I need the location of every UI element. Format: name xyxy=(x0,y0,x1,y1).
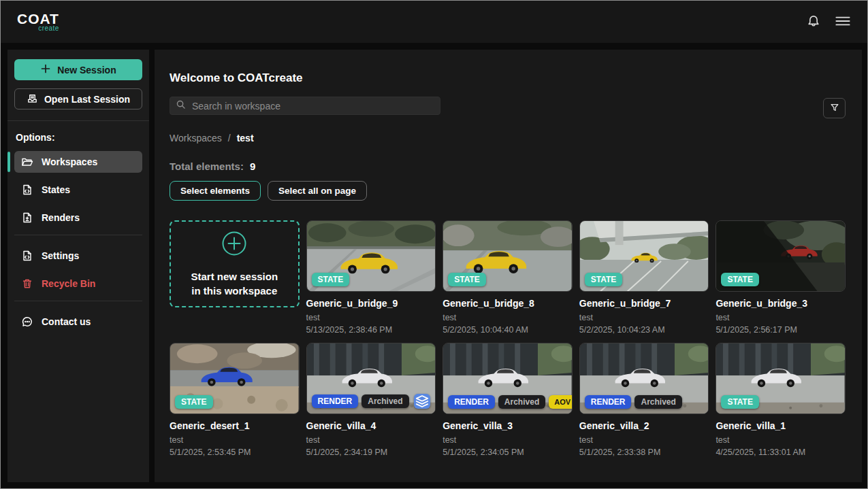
card-title: Generic_u_bridge_9 xyxy=(306,298,436,309)
layers-badge-icon[interactable] xyxy=(414,394,430,409)
sidebar-divider xyxy=(7,120,149,121)
card-title: Generic_villa_4 xyxy=(306,420,436,431)
breadcrumb-current: test xyxy=(237,133,254,144)
card-thumbnail[interactable]: STATE xyxy=(716,220,846,292)
card-badges: RENDERArchived xyxy=(312,394,431,409)
card-workspace: test xyxy=(716,313,846,322)
main-panel: Welcome to COATcreate xyxy=(155,50,862,482)
sidebar-item-label: Renders xyxy=(42,212,80,223)
card-thumbnail[interactable]: RENDERArchivedAOV xyxy=(443,343,573,414)
state-badge: STATE xyxy=(721,273,759,286)
render-badge: RENDER xyxy=(448,395,495,409)
breadcrumb-workspaces[interactable]: Workspaces xyxy=(170,133,222,144)
card-badges: STATE xyxy=(175,395,294,409)
card-thumbnail[interactable]: RENDERArchived xyxy=(306,343,436,414)
start-new-session-card[interactable]: Start new session in this workspace xyxy=(170,220,300,307)
archived-badge: Archived xyxy=(361,394,408,408)
card-thumbnail[interactable]: STATE xyxy=(306,220,436,292)
card-badges: STATE xyxy=(721,273,840,286)
card-title: Generic_villa_1 xyxy=(716,420,846,431)
sidebar-item-recycle-bin[interactable]: Recycle Bin xyxy=(14,273,142,294)
card-badges: RENDERArchivedAOV xyxy=(448,395,567,409)
new-session-button[interactable]: New Session xyxy=(14,59,142,80)
card-workspace: test xyxy=(306,313,436,322)
card-thumbnail[interactable]: STATE xyxy=(443,220,573,292)
element-card-generic-villa-3[interactable]: RENDERArchivedAOVGeneric_villa_3test5/1/… xyxy=(443,343,573,457)
card-badges: STATE xyxy=(448,273,567,286)
state-badge: STATE xyxy=(175,395,213,409)
trash-icon xyxy=(21,277,33,290)
filter-button[interactable] xyxy=(823,98,846,118)
sidebar-item-settings[interactable]: Settings xyxy=(14,245,142,267)
plus-circle-icon xyxy=(221,230,248,260)
sidebar-item-contact-us[interactable]: Contact us xyxy=(14,311,142,333)
plus-icon xyxy=(40,63,51,76)
archived-badge: Archived xyxy=(498,395,545,409)
sidebar: New Session Open Last Session Options: W… xyxy=(7,50,149,482)
sidebar-group-divider xyxy=(14,301,142,301)
card-workspace: test xyxy=(443,435,573,445)
page-title: Welcome to COATcreate xyxy=(170,71,846,85)
select-elements-button[interactable]: Select elements xyxy=(170,181,261,201)
card-thumbnail[interactable]: RENDERArchived xyxy=(579,343,709,414)
card-badges: RENDERArchived xyxy=(585,395,704,409)
open-last-session-button[interactable]: Open Last Session xyxy=(14,88,142,109)
start-new-session-label: Start new session in this workspace xyxy=(187,269,282,298)
card-workspace: test xyxy=(170,435,300,445)
select-all-button[interactable]: Select all on page xyxy=(268,181,367,201)
chat-icon xyxy=(21,316,33,328)
card-badges: STATE xyxy=(312,273,431,286)
element-card-generic-u-bridge-8[interactable]: STATEGeneric_u_bridge_8test5/2/2025, 10:… xyxy=(443,220,573,335)
options-label: Options: xyxy=(16,132,142,143)
render-badge: RENDER xyxy=(312,394,359,408)
file-code-icon xyxy=(21,184,33,196)
card-badges: STATE xyxy=(585,273,704,286)
breadcrumb-separator: / xyxy=(228,133,231,144)
breadcrumb: Workspaces / test xyxy=(170,133,846,144)
card-title: Generic_desert_1 xyxy=(170,420,300,431)
state-badge: STATE xyxy=(721,395,759,409)
card-workspace: test xyxy=(443,313,573,322)
coat-logo: COAT create xyxy=(17,12,59,32)
element-card-generic-u-bridge-9[interactable]: STATEGeneric_u_bridge_9test5/13/2025, 2:… xyxy=(306,220,436,335)
selected-accent-bar xyxy=(7,152,10,172)
total-elements-count: 9 xyxy=(250,161,255,172)
sidebar-item-states[interactable]: States xyxy=(14,179,142,201)
sidebar-item-label: Workspaces xyxy=(42,156,97,167)
sidebar-nav: WorkspacesStatesRendersSettingsRecycle B… xyxy=(14,151,142,333)
card-title: Generic_villa_2 xyxy=(579,420,709,431)
card-timestamp: 5/1/2025, 2:53:45 PM xyxy=(170,448,300,457)
notifications-button[interactable] xyxy=(806,14,821,31)
element-card-generic-desert-1[interactable]: STATEGeneric_desert_1test5/1/2025, 2:53:… xyxy=(170,343,300,457)
sidebar-item-renders[interactable]: Renders xyxy=(14,207,142,229)
card-timestamp: 5/2/2025, 10:04:40 AM xyxy=(443,325,573,335)
folder-open-icon xyxy=(21,156,33,168)
total-elements: Total elements: 9 xyxy=(170,161,846,172)
file-code-icon xyxy=(21,250,33,262)
card-timestamp: 5/1/2025, 2:34:05 PM xyxy=(443,448,573,457)
search-row xyxy=(170,97,846,118)
logo-title: COAT xyxy=(17,12,59,26)
card-thumbnail[interactable]: STATE xyxy=(579,220,709,292)
card-thumbnail[interactable]: STATE xyxy=(716,343,846,414)
card-thumbnail[interactable]: STATE xyxy=(170,343,300,414)
card-timestamp: 5/1/2025, 2:34:19 PM xyxy=(306,448,436,457)
card-title: Generic_u_bridge_3 xyxy=(716,298,846,309)
card-workspace: test xyxy=(579,435,709,445)
main-menu-button[interactable] xyxy=(835,14,851,31)
filter-funnel-icon xyxy=(829,102,840,115)
element-card-generic-villa-4[interactable]: RENDERArchivedGeneric_villa_4test5/1/202… xyxy=(306,343,436,457)
card-timestamp: 5/1/2025, 2:56:17 PM xyxy=(716,325,846,335)
card-workspace: test xyxy=(716,435,846,445)
search-input[interactable] xyxy=(191,100,434,112)
element-card-generic-villa-1[interactable]: STATEGeneric_villa_1test4/25/2025, 11:33… xyxy=(716,343,846,457)
sidebar-item-workspaces[interactable]: Workspaces xyxy=(14,151,142,173)
element-card-generic-u-bridge-3[interactable]: STATEGeneric_u_bridge_3test5/1/2025, 2:5… xyxy=(716,220,846,335)
app-window: COAT create xyxy=(0,0,868,489)
element-card-generic-villa-2[interactable]: RENDERArchivedGeneric_villa_2test5/1/202… xyxy=(579,343,709,457)
file-plus-minus-icon xyxy=(21,212,33,224)
card-title: Generic_villa_3 xyxy=(443,420,573,431)
element-card-generic-u-bridge-7[interactable]: STATEGeneric_u_bridge_7test5/2/2025, 10:… xyxy=(579,220,709,335)
cards-grid: Start new session in this workspace STAT… xyxy=(170,220,846,457)
top-bar: COAT create xyxy=(1,1,867,43)
